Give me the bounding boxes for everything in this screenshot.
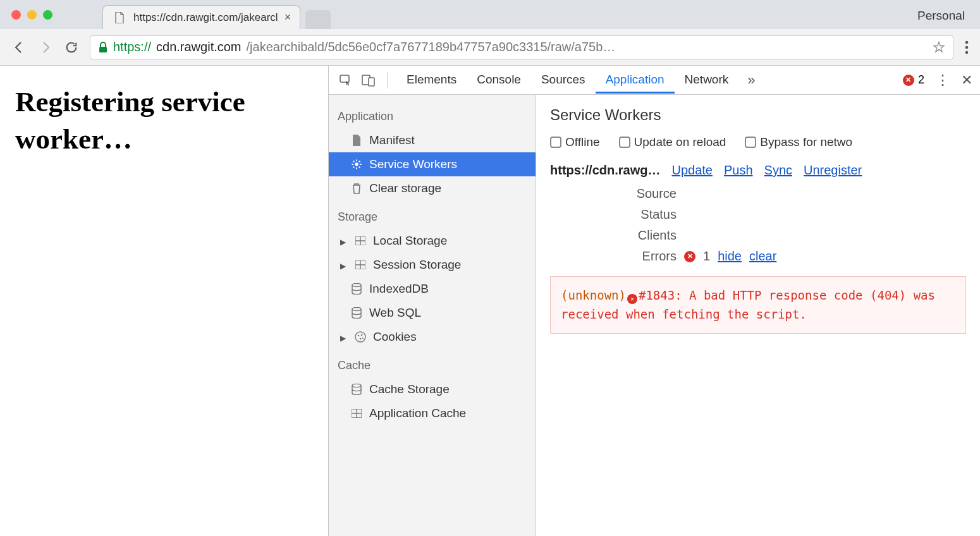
- panel-title: Service Workers: [550, 106, 966, 124]
- svg-point-7: [355, 163, 358, 166]
- reload-button[interactable]: [64, 40, 78, 54]
- devtools-tab-console[interactable]: Console: [467, 66, 531, 94]
- devtools-tab-elements[interactable]: Elements: [396, 66, 467, 94]
- sw-errors-hide-link[interactable]: hide: [718, 249, 742, 264]
- error-icon: [903, 75, 914, 86]
- svg-rect-4: [340, 75, 349, 82]
- svg-point-14: [361, 334, 363, 336]
- sw-clients-label: Clients: [626, 228, 677, 243]
- grid-icon: [350, 407, 363, 420]
- sidebar-item-session-storage[interactable]: Session Storage: [329, 253, 536, 277]
- url-path: /jakearchibald/5dc56e0cf7a7677189b47757a…: [247, 40, 616, 54]
- sw-errors-clear-link[interactable]: clear: [749, 249, 776, 264]
- database-icon: [350, 307, 363, 319]
- svg-point-3: [965, 51, 969, 54]
- sw-push-link[interactable]: Push: [724, 163, 753, 178]
- devtools-more-tabs-icon[interactable]: »: [747, 72, 755, 88]
- svg-point-10: [352, 283, 361, 286]
- file-icon: [350, 134, 363, 147]
- svg-point-13: [358, 335, 360, 337]
- sw-error-count: 1: [703, 249, 710, 264]
- svg-point-17: [352, 384, 361, 387]
- error-icon: [627, 294, 637, 304]
- sw-origin: https://cdn.rawg…: [550, 163, 660, 178]
- sw-errors-label: Errors: [626, 249, 677, 264]
- devtools-menu-button[interactable]: ⋮: [936, 72, 950, 88]
- sidebar-item-local-storage[interactable]: Local Storage: [329, 229, 536, 253]
- devtools-error-indicator[interactable]: 2: [903, 73, 924, 87]
- svg-point-12: [355, 332, 365, 342]
- profile-label[interactable]: Personal: [917, 9, 965, 23]
- lock-icon: [98, 42, 108, 53]
- window-minimize-icon[interactable]: [27, 10, 37, 20]
- sidebar-group-storage: Storage: [329, 200, 536, 229]
- svg-rect-6: [369, 78, 374, 86]
- sw-status-label: Status: [626, 207, 677, 222]
- device-toolbar-icon[interactable]: [359, 71, 378, 89]
- devtools-tab-sources[interactable]: Sources: [531, 66, 596, 94]
- sidebar-item-clear-storage[interactable]: Clear storage: [329, 176, 536, 200]
- window-close-icon[interactable]: [11, 10, 21, 20]
- offline-checkbox[interactable]: Offline: [550, 135, 600, 149]
- svg-rect-0: [99, 47, 107, 52]
- expand-icon[interactable]: [340, 258, 348, 272]
- new-tab-button[interactable]: [305, 10, 331, 29]
- sw-source-label: Source: [626, 186, 677, 201]
- error-icon: [684, 251, 695, 262]
- gear-icon: [350, 158, 363, 171]
- bypass-for-network-checkbox[interactable]: Bypass for netwo: [745, 135, 852, 149]
- svg-point-2: [965, 46, 969, 49]
- sidebar-group-cache: Cache: [329, 349, 536, 377]
- page-icon: [112, 9, 127, 26]
- sw-error-message: (unknown)#1843: A bad HTTP response code…: [550, 276, 966, 334]
- tab-close-button[interactable]: ×: [285, 11, 291, 24]
- sidebar-item-service-workers[interactable]: Service Workers: [329, 152, 536, 176]
- url-scheme: https://: [113, 40, 151, 54]
- sw-update-link[interactable]: Update: [671, 163, 713, 178]
- sidebar-item-application-cache[interactable]: Application Cache: [329, 401, 536, 425]
- sidebar-item-manifest[interactable]: Manifest: [329, 128, 536, 152]
- devtools-close-button[interactable]: ✕: [961, 72, 972, 88]
- sidebar-item-websql[interactable]: Web SQL: [329, 301, 536, 325]
- svg-point-1: [965, 40, 969, 44]
- database-icon: [350, 383, 363, 396]
- inspect-element-icon[interactable]: [336, 71, 354, 89]
- sw-sync-link[interactable]: Sync: [764, 163, 792, 178]
- address-bar[interactable]: https://cdn.rawgit.com/jakearchibald/5dc…: [90, 35, 953, 59]
- page-heading: Registering service worker…: [15, 83, 313, 157]
- grid-icon: [354, 259, 367, 271]
- sidebar-item-cookies[interactable]: Cookies: [329, 325, 536, 349]
- page-viewport: Registering service worker…: [0, 66, 329, 536]
- grid-icon: [354, 234, 367, 247]
- bookmark-star-icon[interactable]: [933, 41, 945, 54]
- expand-icon[interactable]: [340, 234, 348, 248]
- sidebar-group-application: Application: [329, 100, 536, 128]
- update-on-reload-checkbox[interactable]: Update on reload: [619, 135, 726, 149]
- devtools-error-count: 2: [918, 73, 924, 87]
- database-icon: [350, 283, 363, 295]
- cookie-icon: [354, 331, 367, 343]
- back-button[interactable]: [11, 40, 27, 55]
- devtools-tab-network[interactable]: Network: [675, 66, 739, 94]
- sidebar-item-cache-storage[interactable]: Cache Storage: [329, 377, 536, 401]
- url-host: cdn.rawgit.com: [156, 40, 242, 54]
- svg-point-11: [352, 307, 361, 310]
- forward-button[interactable]: [38, 40, 53, 55]
- window-maximize-icon[interactable]: [43, 10, 52, 20]
- trash-icon: [350, 182, 363, 195]
- expand-icon[interactable]: [340, 330, 348, 344]
- svg-point-15: [360, 338, 362, 340]
- browser-menu-button[interactable]: [965, 40, 969, 54]
- svg-point-16: [362, 338, 364, 339]
- sidebar-item-indexeddb[interactable]: IndexedDB: [329, 277, 536, 301]
- sw-unregister-link[interactable]: Unregister: [804, 163, 862, 178]
- tab-title: https://cdn.rawgit.com/jakearcl: [133, 11, 278, 24]
- devtools-tab-application[interactable]: Application: [596, 66, 675, 94]
- browser-tab[interactable]: https://cdn.rawgit.com/jakearcl ×: [102, 5, 300, 29]
